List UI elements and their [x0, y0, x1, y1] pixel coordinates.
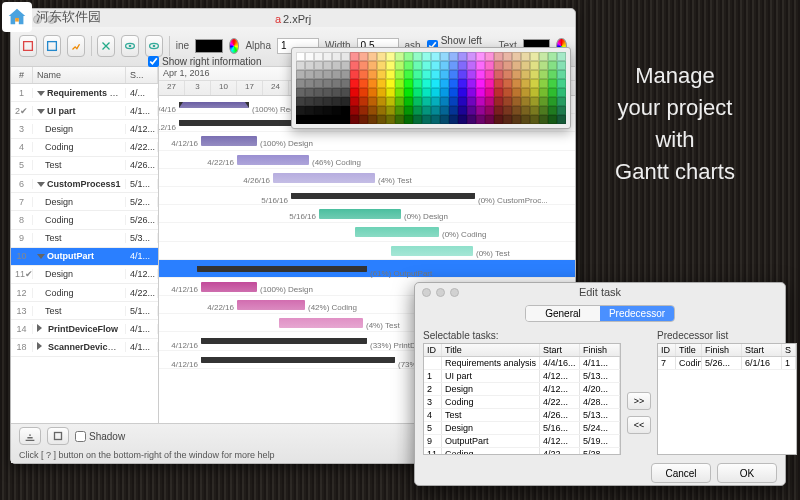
color-cell[interactable]	[413, 70, 422, 79]
tab-predecessor[interactable]: Predecessor	[600, 306, 674, 321]
color-cell[interactable]	[395, 115, 404, 124]
dialog-tabs[interactable]: General Predecessor	[525, 305, 675, 322]
col-name[interactable]: Name	[33, 67, 126, 83]
color-cell[interactable]	[467, 106, 476, 115]
color-cell[interactable]	[359, 79, 368, 88]
gantt-bar[interactable]: 5/16/16(0%) Design	[319, 209, 401, 219]
table-row[interactable]: Requirements analysis4/4/16...4/11...	[424, 357, 620, 370]
color-cell[interactable]	[323, 88, 332, 97]
color-cell[interactable]	[539, 115, 548, 124]
color-cell[interactable]	[494, 88, 503, 97]
color-cell[interactable]	[422, 97, 431, 106]
color-cell[interactable]	[413, 97, 422, 106]
color-cell[interactable]	[476, 115, 485, 124]
table-row[interactable]: 5Design5/16...5/24...	[424, 422, 620, 435]
task-row[interactable]: 10OutputPart4/1...	[11, 248, 158, 266]
color-cell[interactable]	[314, 52, 323, 61]
gantt-bar[interactable]: 4/12/16(73%) ScannerDeviceFlow	[201, 357, 395, 363]
color-cell[interactable]	[476, 79, 485, 88]
color-cell[interactable]	[341, 70, 350, 79]
color-cell[interactable]	[512, 79, 521, 88]
color-cell[interactable]	[386, 70, 395, 79]
color-cell[interactable]	[440, 70, 449, 79]
color-cell[interactable]	[323, 52, 332, 61]
table-row[interactable]: 2Design4/12...4/20...	[424, 383, 620, 396]
color-cell[interactable]	[359, 70, 368, 79]
color-cell[interactable]	[422, 115, 431, 124]
color-cell[interactable]	[485, 79, 494, 88]
color-cell[interactable]	[404, 70, 413, 79]
color-cell[interactable]	[404, 115, 413, 124]
color-cell[interactable]	[485, 97, 494, 106]
show-right-check[interactable]: Show right information	[148, 56, 262, 67]
color-cell[interactable]	[440, 106, 449, 115]
color-cell[interactable]	[521, 115, 530, 124]
color-cell[interactable]	[332, 97, 341, 106]
color-cell[interactable]	[539, 106, 548, 115]
color-cell[interactable]	[548, 70, 557, 79]
gantt-row[interactable]: (61%) OutputPart	[159, 260, 575, 278]
gantt-bar[interactable]: 4/12/16(33%) PrintDeviceFlow	[201, 338, 367, 344]
color-cell[interactable]	[548, 88, 557, 97]
color-cell[interactable]	[458, 70, 467, 79]
color-cell[interactable]	[332, 79, 341, 88]
color-cell[interactable]	[440, 52, 449, 61]
color-cell[interactable]	[404, 61, 413, 70]
color-cell[interactable]	[332, 106, 341, 115]
color-cell[interactable]	[431, 97, 440, 106]
color-cell[interactable]	[440, 115, 449, 124]
color-cell[interactable]	[377, 52, 386, 61]
color-cell[interactable]	[404, 97, 413, 106]
color-cell[interactable]	[494, 79, 503, 88]
task-row[interactable]: 9Test5/3...	[11, 230, 158, 248]
color-cell[interactable]	[503, 79, 512, 88]
color-cell[interactable]	[368, 88, 377, 97]
color-cell[interactable]	[449, 79, 458, 88]
color-cell[interactable]	[440, 61, 449, 70]
task-row[interactable]: 13Test5/1...	[11, 302, 158, 320]
color-cell[interactable]	[359, 61, 368, 70]
color-cell[interactable]	[350, 97, 359, 106]
color-cell[interactable]	[377, 97, 386, 106]
task-list[interactable]: # Name S... 1Requirements analysis4/...2…	[11, 67, 159, 443]
color-cell[interactable]	[368, 70, 377, 79]
color-cell[interactable]	[476, 52, 485, 61]
color-cell[interactable]	[557, 70, 566, 79]
color-cell[interactable]	[485, 70, 494, 79]
color-cell[interactable]	[296, 88, 305, 97]
color-cell[interactable]	[377, 115, 386, 124]
color-cell[interactable]	[368, 106, 377, 115]
color-cell[interactable]	[350, 115, 359, 124]
color-cell[interactable]	[395, 97, 404, 106]
gantt-row[interactable]: (0%) Coding	[159, 223, 575, 241]
color-cell[interactable]	[341, 79, 350, 88]
color-cell[interactable]	[503, 70, 512, 79]
color-cell[interactable]	[521, 79, 530, 88]
color-cell[interactable]	[314, 106, 323, 115]
color-cell[interactable]	[404, 106, 413, 115]
color-cell[interactable]	[539, 88, 548, 97]
color-cell[interactable]	[341, 52, 350, 61]
color-cell[interactable]	[395, 79, 404, 88]
cancel-button[interactable]: Cancel	[651, 463, 711, 483]
gantt-row[interactable]: 4/12/16(100%) Design	[159, 132, 575, 150]
color-cell[interactable]	[377, 88, 386, 97]
color-cell[interactable]	[449, 106, 458, 115]
color-cell[interactable]	[332, 115, 341, 124]
color-cell[interactable]	[476, 70, 485, 79]
table-row[interactable]: 11Coding4/22...5/28...	[424, 448, 620, 455]
color-cell[interactable]	[476, 97, 485, 106]
footer-btn-2[interactable]	[47, 427, 69, 445]
gantt-bar[interactable]: 4/4/16(100%) Requireme...	[179, 102, 249, 108]
color-cell[interactable]	[422, 106, 431, 115]
gantt-bar[interactable]: 4/12/16(100%) Design	[201, 136, 257, 146]
color-cell[interactable]	[494, 52, 503, 61]
task-row[interactable]: 2✔UI part4/1...	[11, 102, 158, 120]
gantt-row[interactable]: (0%) Test	[159, 242, 575, 260]
color-cell[interactable]	[503, 52, 512, 61]
color-cell[interactable]	[539, 97, 548, 106]
color-cell[interactable]	[314, 88, 323, 97]
task-row[interactable]: 18ScannerDeviceFlow4/1...	[11, 339, 158, 357]
table-row[interactable]: 3Coding4/22...4/28...	[424, 396, 620, 409]
color-picker-popup[interactable]	[291, 47, 571, 129]
